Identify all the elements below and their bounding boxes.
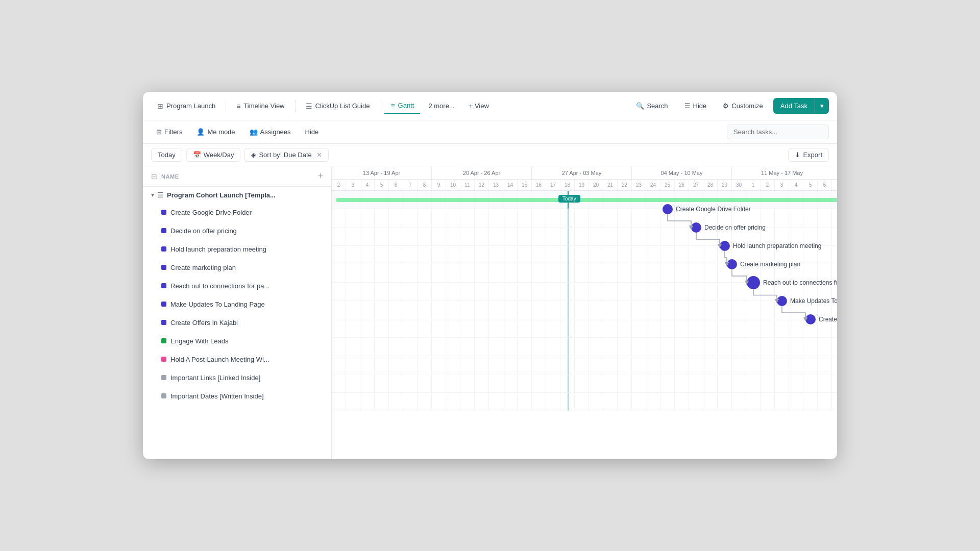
gantt-chart-area[interactable]: 13 Apr - 19 Apr 20 Apr - 26 Apr 27 Apr -… [332, 166, 837, 459]
me-mode-button[interactable]: 👤 Me mode [191, 126, 240, 138]
task-color-dot [161, 283, 166, 288]
tab-gantt[interactable]: ≡ Gantt [384, 98, 420, 114]
day-cell: 22 [618, 180, 632, 190]
day-cell: 15 [518, 180, 532, 190]
day-cell: 1 [746, 180, 761, 190]
export-button[interactable]: ⬇ Export [788, 148, 829, 162]
main-content: ⊟ NAME + ▾ ☰ Program Cohort Launch [Temp… [143, 166, 837, 459]
gantt-row-3 [332, 246, 837, 264]
week-day-button[interactable]: 📅 Week/Day [186, 148, 241, 162]
add-task-button[interactable]: Add Task ▾ [773, 98, 829, 114]
day-cell: 11 [460, 180, 475, 190]
list-item[interactable]: Decide on offer pricing [143, 221, 331, 240]
tab-clickup-list-guide[interactable]: ☰ ClickUp List Guide [300, 99, 376, 113]
task-list-panel: ⊟ NAME + ▾ ☰ Program Cohort Launch [Temp… [143, 166, 332, 459]
timeline-controls: Today 📅 Week/Day ◈ Sort by: Due Date ✕ ⬇… [143, 144, 837, 166]
day-cell: 24 [646, 180, 660, 190]
day-cell: 2 [332, 180, 346, 190]
search-button[interactable]: 🔍 Search [630, 99, 674, 113]
hide-button[interactable]: ☰ Hide [678, 99, 713, 113]
week-range-2: 20 Apr - 26 Apr [432, 166, 532, 179]
day-cell: 4 [789, 180, 803, 190]
day-cell: 25 [660, 180, 675, 190]
program-bar [336, 198, 837, 202]
list-item[interactable]: Create marketing plan [143, 258, 331, 277]
day-cell: 7 [832, 180, 837, 190]
day-cell: 27 [689, 180, 703, 190]
list-item[interactable]: Hold A Post-Launch Meeting Wi... [143, 350, 331, 368]
tab-more[interactable]: 2 more... [422, 99, 460, 113]
task-color-dot [161, 357, 166, 362]
filters-button[interactable]: ⊟ Filters [151, 126, 187, 138]
group-toggle-icon: ▾ [151, 191, 154, 198]
day-cell: 19 [575, 180, 589, 190]
toolbar: ⊟ Filters 👤 Me mode 👥 Assignees Hide [143, 120, 837, 144]
list-item[interactable]: Engage With Leads [143, 332, 331, 350]
gantt-row-1 [332, 209, 837, 228]
day-cell: 14 [503, 180, 518, 190]
gantt-row-9 [332, 356, 837, 374]
search-tasks-input[interactable] [727, 124, 829, 139]
customize-button[interactable]: ⚙ Customize [717, 99, 769, 113]
day-cell: 8 [418, 180, 432, 190]
day-cell: 23 [632, 180, 646, 190]
nav-actions: 🔍 Search ☰ Hide ⚙ Customize Add Task ▾ [630, 98, 829, 114]
nav-divider-3 [380, 100, 380, 112]
tab-add-view[interactable]: + View [463, 99, 495, 113]
list-item[interactable]: Important Dates [Written Inside] [143, 387, 331, 405]
day-cell: 12 [475, 180, 489, 190]
download-icon: ⬇ [795, 151, 800, 159]
customize-icon: ⚙ [723, 102, 729, 110]
list-item[interactable]: Hold launch preparation meeting [143, 240, 331, 258]
add-task-arrow-icon[interactable]: ▾ [815, 98, 829, 114]
gantt-row-8 [332, 338, 837, 356]
add-task-container: Add Task ▾ [773, 98, 829, 114]
doc-icon: ☰ [306, 102, 312, 110]
tab-program-launch[interactable]: ⊞ Program Launch [151, 99, 222, 113]
assignees-button[interactable]: 👥 Assignees [244, 126, 296, 138]
day-cell: 29 [718, 180, 732, 190]
date-header-days: 2345678910111213141516171819202122232425… [332, 180, 837, 191]
add-column-button[interactable]: + [317, 171, 323, 182]
day-cell: 9 [432, 180, 446, 190]
gantt-icon: ≡ [390, 102, 395, 110]
list-item[interactable]: Create Google Drive Folder [143, 203, 331, 221]
list-item[interactable]: Reach out to connections for pa... [143, 277, 331, 295]
day-cell: 3 [346, 180, 360, 190]
calendar-icon: 📅 [193, 151, 201, 159]
gantt-row-10 [332, 374, 837, 393]
day-cell: 10 [446, 180, 460, 190]
today-label: Today [558, 195, 580, 203]
task-color-dot [161, 210, 166, 215]
group-header[interactable]: ▾ ☰ Program Cohort Launch [Templa... [143, 187, 331, 203]
search-icon: 🔍 [636, 102, 644, 110]
gantt-row-group: Today [332, 191, 837, 209]
toolbar-hide-button[interactable]: Hide [300, 126, 324, 138]
day-cell: 18 [560, 180, 575, 190]
group-list-icon: ☰ [157, 191, 164, 199]
day-cell: 4 [360, 180, 375, 190]
task-color-dot [161, 320, 166, 325]
task-color-dot [161, 246, 166, 252]
task-color-dot [161, 393, 166, 398]
week-range-4: 04 May - 10 May [632, 166, 732, 179]
week-range-3: 27 Apr - 03 May [532, 166, 632, 179]
week-range-5: 11 May - 17 May [732, 166, 832, 179]
day-cell: 21 [603, 180, 618, 190]
gantt-row-6 [332, 301, 837, 319]
list-item[interactable]: Important Links [Linked Inside] [143, 368, 331, 387]
gantt-row-2 [332, 228, 837, 246]
day-cell: 2 [761, 180, 775, 190]
day-cell: 13 [489, 180, 503, 190]
day-cell: 20 [589, 180, 603, 190]
sort-close-icon: ✕ [316, 151, 322, 159]
assignees-icon: 👥 [250, 128, 258, 136]
list-item[interactable]: Make Updates To Landing Page [143, 295, 331, 313]
today-button[interactable]: Today [151, 148, 182, 162]
day-cell: 6 [818, 180, 832, 190]
task-color-dot [161, 375, 166, 380]
list-item[interactable]: Create Offers In Kajabi [143, 313, 331, 332]
col-toggle-icon[interactable]: ⊟ [151, 172, 157, 181]
tab-timeline-view[interactable]: ≡ Timeline View [230, 99, 290, 113]
sort-button[interactable]: ◈ Sort by: Due Date ✕ [244, 148, 328, 162]
